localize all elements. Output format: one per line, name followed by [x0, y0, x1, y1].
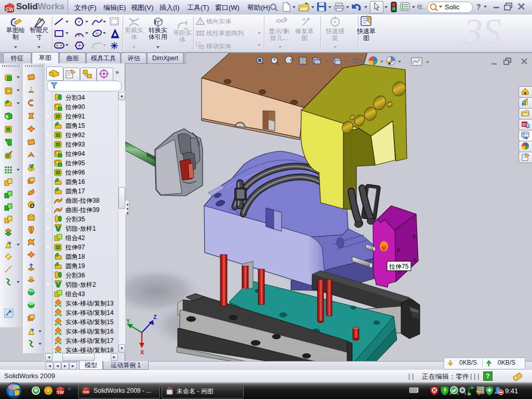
- svg-text:!: !: [478, 391, 480, 396]
- svg-text:SW: SW: [83, 390, 89, 394]
- svg-text:Z: Z: [153, 314, 157, 320]
- svg-text:φ: φ: [381, 243, 386, 251]
- svg-text:SW: SW: [57, 390, 64, 395]
- svg-text:Y: Y: [126, 318, 130, 324]
- svg-text:拉伸75: 拉伸75: [389, 263, 409, 270]
- svg-text:SW: SW: [5, 7, 14, 12]
- svg-text:X: X: [140, 349, 144, 355]
